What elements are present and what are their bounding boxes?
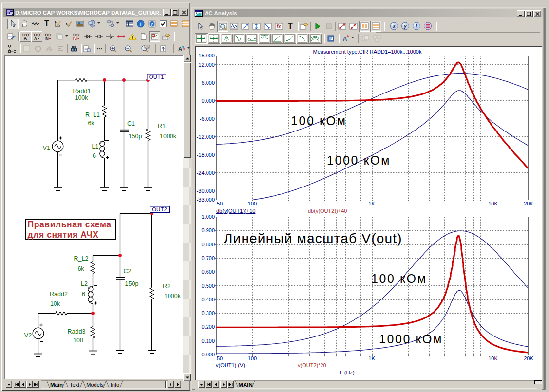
svg-text:0.800: 0.800 [201, 242, 215, 247]
svg-text:12.000: 12.000 [198, 62, 215, 68]
svg-text:-18.000: -18.000 [197, 152, 215, 158]
svg-text:50: 50 [217, 355, 223, 361]
svg-text:1000 кОм: 1000 кОм [327, 153, 391, 167]
svg-text:Radd1: Radd1 [73, 88, 91, 94]
svg-text:v(OUT2)*20: v(OUT2)*20 [298, 362, 326, 368]
svg-text:-12.000: -12.000 [197, 134, 215, 140]
svg-text:-6.000: -6.000 [200, 116, 215, 122]
svg-text:0.700: 0.700 [201, 255, 215, 261]
svg-text:C2: C2 [124, 268, 132, 275]
svg-text:fx: fx [276, 24, 281, 29]
svg-text:1000k: 1000k [164, 293, 181, 299]
svg-text:15.000: 15.000 [198, 53, 215, 58]
svg-text:Main: Main [50, 382, 63, 388]
svg-text:V1: V1 [43, 145, 50, 151]
svg-text:12: 12 [152, 34, 155, 37]
svg-text:A: A [342, 36, 347, 42]
svg-text:6k: 6k [77, 265, 84, 272]
svg-text:0.400: 0.400 [201, 297, 215, 302]
svg-text:10K: 10K [488, 355, 498, 361]
svg-text:db(v(OUT2))+40: db(v(OUT2))+40 [308, 208, 347, 214]
svg-text:V: V [74, 37, 76, 40]
svg-text:1.000: 1.000 [201, 214, 215, 220]
svg-text:6k: 6k [88, 120, 95, 127]
svg-text:0.200: 0.200 [201, 324, 215, 330]
svg-text:y: y [403, 23, 407, 29]
svg-text:Text: Text [70, 382, 79, 388]
svg-text:OUT1: OUT1 [149, 74, 164, 80]
svg-text:6: 6 [82, 291, 85, 298]
svg-text:1000k: 1000k [160, 133, 177, 140]
svg-text:C1: C1 [127, 120, 135, 127]
svg-text:OUT2: OUT2 [152, 206, 167, 212]
svg-text:100k: 100k [75, 94, 88, 101]
svg-text:i: i [140, 21, 141, 27]
svg-text:100: 100 [145, 46, 149, 48]
svg-text:T: T [44, 20, 49, 28]
svg-text:T: T [288, 22, 293, 30]
svg-text:A: A [34, 37, 37, 40]
svg-text:V2: V2 [24, 332, 32, 339]
svg-text:Info: Info [111, 382, 119, 388]
svg-text:10K: 10K [488, 201, 498, 206]
svg-text:150p: 150p [129, 133, 142, 140]
svg-text:Линейный масштаб V(out): Линейный масштаб V(out) [224, 231, 402, 246]
svg-text:0.300: 0.300 [201, 310, 215, 316]
svg-text:0.500: 0.500 [201, 283, 215, 289]
svg-text:Правильная схема: Правильная схема [28, 220, 112, 229]
svg-text:1K: 1K [368, 355, 375, 361]
svg-text:100: 100 [248, 201, 257, 206]
svg-text:0.600: 0.600 [201, 269, 215, 275]
svg-text:R_L2: R_L2 [74, 255, 89, 262]
svg-text:R2: R2 [163, 283, 170, 290]
svg-text:50: 50 [217, 201, 223, 206]
svg-text:F (Hz): F (Hz) [340, 370, 355, 375]
svg-text:x: x [392, 23, 396, 29]
svg-text:0.100: 0.100 [201, 338, 215, 344]
svg-text:0.000: 0.000 [201, 98, 215, 104]
svg-text:20K: 20K [524, 201, 533, 206]
svg-text:100: 100 [248, 355, 257, 361]
svg-text:N: N [46, 37, 48, 40]
svg-text:1000 кОм: 1000 кОм [379, 332, 443, 346]
svg-text:R_L1: R_L1 [85, 112, 100, 118]
svg-text:v(OUT1) (V): v(OUT1) (V) [216, 362, 245, 368]
svg-text:100 кОм: 100 кОм [291, 114, 346, 128]
svg-text:0.900: 0.900 [201, 227, 215, 233]
svg-text:20K: 20K [524, 355, 533, 361]
svg-text:MAIN: MAIN [238, 382, 252, 388]
svg-text:db(v(OUT1))+10: db(v(OUT1))+10 [216, 208, 255, 214]
svg-text:Models: Models [86, 382, 104, 388]
svg-text:Radd2: Radd2 [50, 291, 68, 298]
svg-text:A: A [23, 36, 27, 40]
svg-text:0.000: 0.000 [201, 352, 215, 357]
svg-text:R1: R1 [158, 123, 166, 130]
svg-text:100: 100 [73, 337, 83, 344]
svg-text:6.000: 6.000 [201, 80, 215, 86]
svg-text:-24.000: -24.000 [197, 170, 215, 176]
svg-text:150p: 150p [125, 280, 139, 287]
svg-text:для снятия АЧХ: для снятия АЧХ [28, 230, 99, 240]
svg-text:Measurement type.CIR RADD1=100: Measurement type.CIR RADD1=100k...1000k [313, 49, 422, 55]
svg-text:?: ? [151, 22, 153, 27]
svg-text:1K: 1K [368, 201, 375, 206]
svg-text:100 кОм: 100 кОм [371, 272, 427, 285]
svg-text:Radd3: Radd3 [68, 328, 86, 335]
svg-text:A: A [178, 46, 182, 53]
svg-text:6: 6 [93, 152, 96, 159]
svg-text:-30.000: -30.000 [197, 188, 215, 194]
svg-text:10k: 10k [50, 300, 60, 307]
svg-text:-33.000: -33.000 [197, 197, 215, 203]
svg-text:L2: L2 [81, 280, 88, 287]
svg-text:L1: L1 [92, 143, 99, 150]
